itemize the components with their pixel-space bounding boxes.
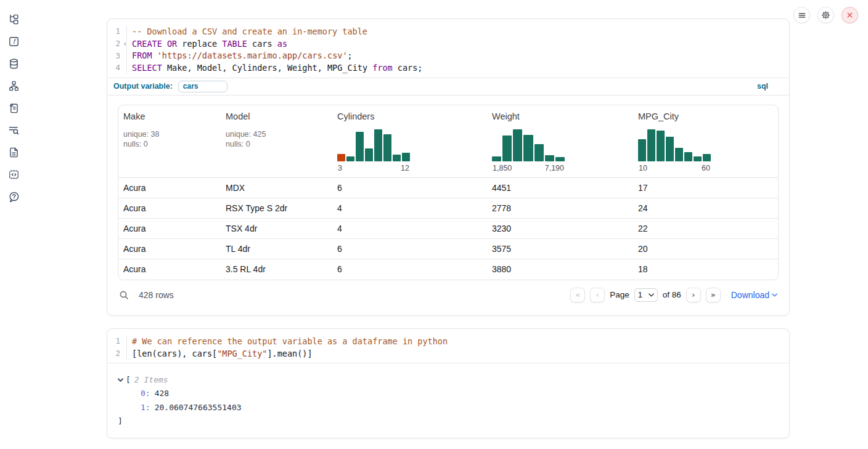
last-page-button[interactable]: »	[706, 288, 721, 302]
gear-icon	[821, 10, 830, 20]
table-cell: 4	[332, 203, 487, 213]
first-page-button[interactable]: «	[570, 288, 585, 302]
python-code-editor[interactable]: 1# We can reference the output variable …	[107, 329, 789, 363]
histogram-bar	[647, 129, 655, 161]
histogram-bar	[694, 156, 702, 161]
histogram-axis-label: 12	[401, 164, 409, 172]
page-label: Page	[610, 290, 629, 299]
column-stat: unique: 425	[226, 129, 327, 140]
items-count-label: 2 Items	[134, 375, 168, 384]
histogram-axis-label: 60	[702, 164, 710, 172]
column-histogram[interactable]: 312	[337, 129, 410, 172]
line-number: 1	[107, 25, 127, 38]
code-line[interactable]: 4SELECT Make, Model, Cylinders, Weight, …	[107, 62, 789, 74]
table-cell: Acura	[118, 203, 221, 213]
download-button[interactable]: Download	[731, 290, 777, 300]
line-number: 4	[107, 62, 127, 74]
notebook-menu-button[interactable]	[793, 7, 810, 23]
column-header[interactable]: MPG_City1060	[633, 111, 778, 172]
table-cell: 3230	[487, 224, 633, 233]
chevron-down-icon	[649, 293, 654, 297]
list-output-header[interactable]: [ 2 Items	[118, 373, 789, 386]
sql-cell-output: Makeunique: 38nulls: 0Modelunique: 425nu…	[107, 95, 789, 304]
help-icon[interactable]	[8, 191, 20, 203]
table-cell: 4451	[487, 183, 633, 193]
table-cell: 22	[633, 224, 778, 233]
code-line[interactable]: 3FROM 'https://datasets.marimo.app/cars.…	[107, 49, 789, 62]
column-name: MPG_City	[638, 111, 773, 121]
code-line[interactable]: 1# We can reference the output variable …	[107, 335, 789, 347]
list-item: 0:428	[118, 387, 789, 400]
logs-search-icon[interactable]	[8, 124, 20, 136]
table-row[interactable]: AcuraRSX Type S 2dr4277824	[118, 198, 778, 219]
column-header[interactable]: Modelunique: 425nulls: 0	[221, 111, 332, 172]
search-icon[interactable]	[119, 290, 129, 300]
pagination: « ‹ Page 1 of 86 › » Download	[570, 288, 777, 302]
table-cell: 18	[633, 264, 778, 274]
shutdown-button[interactable]	[841, 7, 858, 23]
histogram-bar	[523, 135, 533, 161]
column-stat: nulls: 0	[226, 139, 327, 150]
settings-button[interactable]	[817, 7, 834, 23]
table-cell: 20	[633, 244, 778, 254]
table-cell: 24	[633, 203, 778, 213]
snippets-icon[interactable]	[8, 169, 20, 180]
histogram-bar	[383, 134, 391, 161]
table-row[interactable]: AcuraMDX6445117	[118, 178, 778, 198]
prev-page-button[interactable]: ‹	[590, 288, 605, 302]
item-value: 428	[155, 389, 169, 398]
histogram-bar	[356, 132, 364, 161]
table-cell: 6	[332, 183, 487, 193]
table-row[interactable]: Acura3.5 RL 4dr6388018	[118, 259, 778, 280]
column-stat: unique: 38	[123, 129, 216, 140]
column-header[interactable]: Weight1,8507,190	[487, 111, 633, 172]
histogram-bar	[492, 156, 501, 161]
sql-code-editor[interactable]: 1-- Download a CSV and create an in-memo…	[107, 19, 789, 78]
table-row[interactable]: AcuraTSX 4dr4323022	[118, 219, 778, 239]
histogram-bar	[402, 153, 410, 161]
fold-chevron-icon[interactable]: ∨	[123, 41, 126, 46]
code-content: CREATE OR replace TABLE cars as	[127, 39, 287, 49]
histogram-bar	[638, 139, 646, 161]
code-line[interactable]: 1-- Download a CSV and create an in-memo…	[107, 25, 789, 38]
histogram-axis-label: 3	[338, 164, 342, 172]
code-line[interactable]: 2∨CREATE OR replace TABLE cars as	[107, 38, 789, 50]
page-total-label: of 86	[663, 290, 681, 299]
sql-cell: 1-- Download a CSV and create an in-memo…	[107, 18, 790, 316]
column-stat: nulls: 0	[123, 139, 216, 150]
column-header[interactable]: Makeunique: 38nulls: 0	[118, 111, 221, 172]
python-cell-output: [ 2 Items 0:4281:20.060747663551403 ]	[107, 363, 789, 427]
chevron-down-icon	[772, 293, 777, 297]
data-table: Makeunique: 38nulls: 0Modelunique: 425nu…	[118, 105, 779, 280]
line-number: 2	[107, 347, 127, 360]
open-bracket: [	[126, 375, 131, 384]
scratchpad-icon[interactable]	[8, 102, 20, 114]
file-explorer-icon[interactable]	[8, 14, 20, 25]
histogram-bar	[657, 131, 665, 161]
table-cell: 2778	[487, 203, 633, 213]
next-page-button[interactable]: ›	[686, 288, 701, 302]
output-variable-input[interactable]	[178, 81, 227, 92]
item-index: 1:	[141, 403, 150, 412]
table-cell: Acura	[118, 183, 221, 193]
page-number-value: 1	[638, 290, 642, 299]
code-line[interactable]: 2[len(cars), cars["MPG_City"].mean()]	[107, 347, 789, 360]
documentation-icon[interactable]	[8, 147, 20, 158]
page-number-select[interactable]: 1	[634, 288, 658, 302]
histogram-axis-label: 10	[639, 164, 647, 172]
collapse-chevron-icon	[118, 378, 123, 382]
functions-icon[interactable]: f	[8, 36, 20, 47]
datasources-icon[interactable]	[8, 58, 20, 70]
histogram-bar	[502, 136, 512, 161]
histogram-bar	[545, 155, 554, 161]
dependency-graph-icon[interactable]	[8, 80, 20, 92]
row-count: 428 rows	[139, 290, 174, 300]
column-header[interactable]: Cylinders312	[332, 111, 487, 172]
column-name: Make	[123, 111, 216, 121]
close-x-icon	[846, 12, 853, 18]
column-histogram[interactable]: 1060	[638, 129, 711, 172]
column-histogram[interactable]: 1,8507,190	[492, 129, 565, 172]
table-cell: MDX	[221, 183, 332, 193]
table-row[interactable]: AcuraTL 4dr6357520	[118, 239, 778, 259]
table-cell: 3880	[487, 264, 633, 274]
